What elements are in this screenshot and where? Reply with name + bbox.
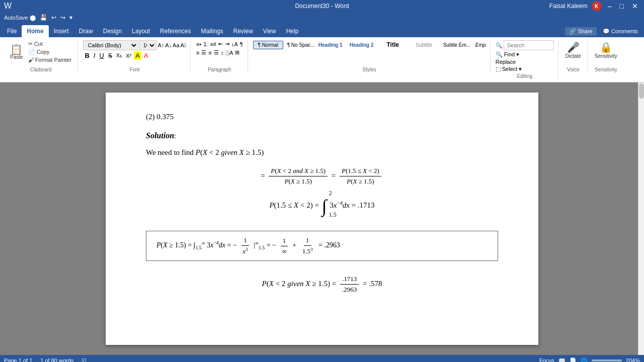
shading-button[interactable]: ░A bbox=[225, 49, 233, 56]
numbering-button[interactable]: 1. bbox=[203, 41, 208, 48]
style-no-spacing[interactable]: ¶ No Spac... bbox=[284, 41, 314, 49]
tab-view[interactable]: View bbox=[258, 25, 281, 37]
minimize-button[interactable]: – bbox=[606, 2, 614, 10]
strikethrough-button[interactable]: S̶ bbox=[107, 51, 114, 60]
search-input[interactable] bbox=[504, 40, 554, 50]
replace-button[interactable]: Replace bbox=[496, 59, 554, 65]
superscript-button[interactable]: X² bbox=[124, 52, 133, 59]
underline-button[interactable]: U bbox=[98, 51, 105, 60]
tab-design[interactable]: Design bbox=[98, 25, 127, 37]
font-size-select[interactable]: 16 bbox=[139, 40, 156, 50]
ribbon-content: 📋 Paste ✂ Cut 📄 Copy 🖌 Format Painter Cl… bbox=[0, 37, 644, 82]
text-highlight-button[interactable]: A bbox=[134, 51, 141, 60]
show-paragraph-button[interactable]: ¶ bbox=[239, 41, 244, 48]
eq1-fraction2: P(1.5 ≤ X < 2) P(X ≥ 1.5) bbox=[340, 167, 381, 186]
sort-button[interactable]: ↕A bbox=[231, 41, 238, 48]
eq2-lhs: P(1.5 ≤ X < 2) = bbox=[269, 201, 320, 209]
undo-button[interactable]: ↩ bbox=[50, 14, 57, 21]
align-center-button[interactable]: ☰ bbox=[201, 49, 207, 56]
word-count: 1 of 80 words bbox=[40, 357, 73, 362]
ribbon-tabs: File Home Insert Draw Design Layout Refe… bbox=[0, 23, 644, 37]
dictate-button[interactable]: 🎤 Dictate bbox=[564, 40, 583, 60]
font-label: Font bbox=[83, 67, 186, 72]
italic-button[interactable]: I bbox=[92, 51, 97, 60]
web-layout-button[interactable]: 🌐 bbox=[581, 357, 588, 363]
comments-button[interactable]: 💬 Comments bbox=[599, 27, 642, 36]
group-editing: 🔍 🔍 Find ▾ Replace ⬚ Select ▾ Editing bbox=[492, 39, 558, 80]
decrease-indent-button[interactable]: ⇤ bbox=[218, 40, 223, 48]
focus-button[interactable]: Focus bbox=[539, 357, 554, 362]
sensitivity-label: Sensitivity bbox=[593, 67, 619, 72]
pre-text-line: (2) 0.375 bbox=[146, 113, 498, 121]
autosave-toggle[interactable]: AutoSave ⬤ bbox=[3, 15, 37, 21]
format-painter-button[interactable]: 🖌 Format Painter bbox=[26, 56, 74, 63]
tab-draw[interactable]: Draw bbox=[74, 25, 98, 37]
vertical-scrollbar[interactable] bbox=[638, 82, 644, 355]
voice-label: Voice bbox=[564, 67, 583, 72]
pre-text: (2) 0.375 bbox=[146, 113, 174, 121]
group-sensitivity: 🔒 Sensitivity Sensitivity bbox=[589, 39, 623, 73]
save-button[interactable]: 💾 bbox=[39, 14, 48, 21]
customize-quick-access[interactable]: ▾ bbox=[68, 14, 73, 21]
scroll-thumb[interactable] bbox=[639, 83, 644, 99]
font-color-button[interactable]: A bbox=[142, 51, 150, 60]
multilevel-list-button[interactable]: ≡# bbox=[209, 41, 217, 48]
justify-button[interactable]: ☰ bbox=[213, 49, 219, 56]
title-bar: W Document30 - Word Faisal Kaleem K – □ … bbox=[0, 0, 644, 12]
eq2-integrand: 3x−4dx = .1713 bbox=[330, 201, 374, 209]
dictate-icon: 🎤 bbox=[567, 41, 580, 53]
zoom-level[interactable]: 204% bbox=[626, 357, 640, 362]
cut-button[interactable]: ✂ Cut bbox=[26, 40, 74, 48]
editing-label: Editing bbox=[496, 73, 554, 79]
bold-button[interactable]: B bbox=[83, 51, 91, 60]
align-left-button[interactable]: ≡ bbox=[196, 49, 200, 56]
shrink-font-button[interactable]: A↓ bbox=[165, 42, 172, 48]
tab-help[interactable]: Help bbox=[281, 25, 304, 37]
bullets-button[interactable]: ≡• bbox=[196, 41, 202, 48]
style-subtle-em[interactable]: Subtle Em... bbox=[440, 41, 470, 49]
align-right-button[interactable]: ≡ bbox=[208, 49, 212, 56]
restore-button[interactable]: □ bbox=[618, 2, 626, 10]
grow-font-button[interactable]: A↑ bbox=[157, 42, 164, 48]
change-case-button[interactable]: Aa bbox=[173, 42, 179, 48]
boxed-plus: + bbox=[292, 241, 298, 249]
paste-button[interactable]: 📋 Paste bbox=[8, 43, 25, 61]
tab-references[interactable]: References bbox=[155, 25, 196, 37]
tab-mailings[interactable]: Mailings bbox=[196, 25, 228, 37]
eq1-fraction1: P(X < 2 and X ≥ 1.5) P(X ≥ 1.5) bbox=[269, 167, 328, 186]
font-family-select[interactable]: Calibri (Body) bbox=[83, 40, 138, 50]
increase-indent-button[interactable]: ⇥ bbox=[224, 40, 230, 48]
final-frac-num: .1713 bbox=[340, 275, 359, 285]
style-emphasis[interactable]: Emphasis bbox=[471, 41, 486, 49]
sensitivity-icon: 🔒 bbox=[600, 41, 612, 53]
tab-insert[interactable]: Insert bbox=[49, 25, 74, 37]
zoom-slider[interactable] bbox=[592, 359, 622, 361]
line-spacing-button[interactable]: ↕ bbox=[220, 49, 224, 56]
close-button[interactable]: ✕ bbox=[630, 2, 640, 10]
print-layout-button[interactable]: 📄 bbox=[570, 357, 577, 363]
line1-text: We need to find P(X < 2 given X ≥ 1.5) bbox=[146, 148, 264, 156]
read-mode-button[interactable]: 📖 bbox=[558, 357, 566, 363]
tab-file[interactable]: File bbox=[2, 25, 22, 37]
style-subtitle[interactable]: Subtitle bbox=[409, 41, 439, 49]
redo-button[interactable]: ↪ bbox=[59, 14, 66, 21]
title-bar-controls: Faisal Kaleem K – □ ✕ bbox=[549, 1, 640, 11]
clear-format-button[interactable]: A⃝ bbox=[181, 42, 186, 48]
final-fraction: .1713 .2963 bbox=[340, 275, 359, 294]
group-font: Calibri (Body) 16 A↑ A↓ Aa A⃝ B I U S̶ X… bbox=[79, 39, 191, 73]
subscript-button[interactable]: X₂ bbox=[115, 52, 123, 59]
share-button[interactable]: 🔗 Share bbox=[565, 27, 596, 36]
copy-button[interactable]: 📄 Copy bbox=[26, 48, 74, 56]
style-heading2[interactable]: Heading 2 bbox=[347, 41, 377, 49]
select-button[interactable]: ⬚ Select ▾ bbox=[496, 66, 554, 72]
tab-review[interactable]: Review bbox=[228, 25, 258, 37]
style-normal[interactable]: ¶ Normal bbox=[253, 41, 283, 49]
find-button[interactable]: 🔍 Find ▾ bbox=[496, 51, 554, 58]
style-title[interactable]: Title bbox=[378, 40, 408, 49]
tab-home[interactable]: Home bbox=[22, 25, 48, 37]
tab-layout[interactable]: Layout bbox=[127, 25, 155, 37]
style-heading1[interactable]: Heading 1 bbox=[315, 41, 346, 49]
user-name: Faisal Kaleem bbox=[549, 3, 588, 10]
borders-button[interactable]: ⊞ bbox=[234, 49, 240, 56]
sensitivity-button[interactable]: 🔒 Sensitivity bbox=[593, 40, 619, 60]
